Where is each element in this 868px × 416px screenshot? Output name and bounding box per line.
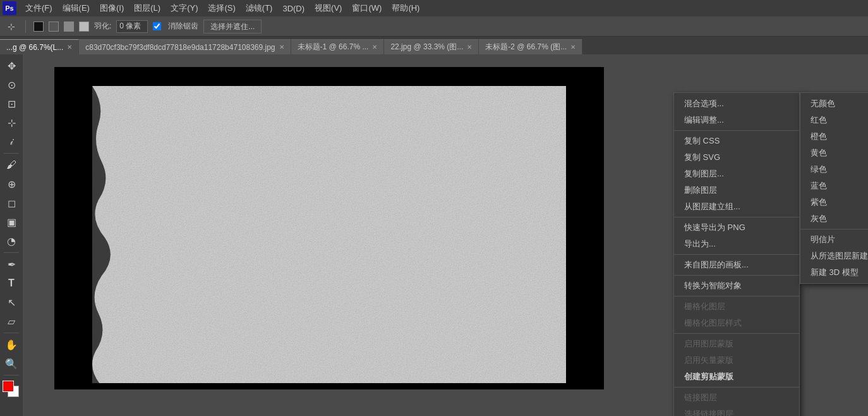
- ctx-sep6: [674, 333, 799, 334]
- tool-select[interactable]: ⊡: [3, 95, 20, 113]
- tool-gradient[interactable]: ▣: [3, 213, 20, 231]
- antialiasing-checkbox[interactable]: [153, 22, 161, 30]
- tool-stamp[interactable]: ⊕: [3, 175, 20, 193]
- tab-1-close[interactable]: ✕: [67, 44, 72, 51]
- tab-4[interactable]: 22.jpg @ 33.3% (图... ✕: [384, 39, 479, 54]
- ps-logo: Ps: [3, 1, 16, 15]
- menu-layer[interactable]: 图层(L): [129, 1, 166, 15]
- menu-3d[interactable]: 3D(D): [277, 3, 310, 15]
- sub-green[interactable]: 绿色: [800, 161, 868, 178]
- toolbar-rect-lighter: [79, 21, 89, 32]
- menu-edit[interactable]: 编辑(E): [57, 1, 95, 15]
- ctx-link-layer: 链接图层: [674, 389, 799, 406]
- ctx-export-png[interactable]: 快速导出为 PNG: [674, 219, 799, 236]
- ctx-enable-mask: 启用图层蒙版: [674, 336, 799, 352]
- sub-gray[interactable]: 灰色: [800, 211, 868, 227]
- tab-5-label: 未标题-2 @ 66.7% (图...: [485, 42, 567, 52]
- sub-orange[interactable]: 橙色: [800, 128, 868, 145]
- tab-4-close[interactable]: ✕: [467, 44, 472, 51]
- ctx-sep3: [674, 254, 799, 255]
- tool-path-select[interactable]: ↖: [3, 293, 20, 311]
- ctx-group-layer[interactable]: 从图层建立组...: [674, 199, 799, 215]
- tool-sep1: [4, 153, 19, 154]
- color-picker[interactable]: [3, 381, 20, 398]
- ctx-rasterize-style: 栅格化图层样式: [674, 315, 799, 331]
- tab-2[interactable]: c83d70cf3bc79f3df8dcd77818e9da11728b4710…: [79, 39, 291, 54]
- toolbar: ⊹ 羽化: 消除锯齿 选择并遮住...: [0, 16, 868, 37]
- menu-select[interactable]: 选择(S): [203, 1, 240, 15]
- sub-red[interactable]: 红色: [800, 112, 868, 128]
- tab-3-close[interactable]: ✕: [372, 44, 377, 51]
- canvas-container: [54, 67, 604, 389]
- tab-3[interactable]: 未标题-1 @ 66.7% ... ✕: [291, 39, 385, 54]
- ctx-delete-layer[interactable]: 删除图层: [674, 182, 799, 199]
- canvas-content: [92, 86, 566, 383]
- svg-rect-1: [92, 86, 566, 383]
- ctx-edit-adjust[interactable]: 编辑调整...: [674, 112, 799, 128]
- tool-eraser[interactable]: ◻: [3, 194, 20, 212]
- tool-crop[interactable]: ⊹: [3, 114, 20, 132]
- toolbar-select-icon[interactable]: ⊹: [5, 20, 18, 33]
- tab-2-label: c83d70cf3bc79f3df8dcd77818e9da11728b4710…: [85, 43, 275, 52]
- tool-pen[interactable]: ✒: [3, 255, 20, 273]
- tab-1-label: ...g @ 66.7%(L...: [6, 43, 63, 52]
- tool-hand[interactable]: ✋: [3, 336, 20, 353]
- ctx-blend-options[interactable]: 混合选项...: [674, 95, 799, 112]
- sub-sep1: [800, 229, 868, 229]
- canvas-area: 混合选项... 编辑调整... 复制 CSS 复制 SVG 复制图层... 删除…: [23, 54, 868, 416]
- toolbar-rect-light: [64, 21, 74, 32]
- ctx-artboard[interactable]: 来自图层的画板...: [674, 257, 799, 273]
- menu-window[interactable]: 窗口(W): [347, 1, 387, 15]
- ctx-sep2: [674, 217, 799, 217]
- tab-5[interactable]: 未标题-2 @ 66.7% (图... ✕: [479, 39, 582, 54]
- sub-yellow[interactable]: 黄色: [800, 145, 868, 161]
- tool-type[interactable]: T: [3, 274, 20, 292]
- menu-image[interactable]: 图像(I): [95, 1, 129, 15]
- tool-brush[interactable]: 🖌: [3, 156, 20, 174]
- tab-1[interactable]: ...g @ 66.7%(L... ✕: [0, 39, 79, 54]
- ctx-rasterize-layer: 栅格化图层: [674, 298, 799, 315]
- tool-sep2: [4, 252, 19, 253]
- tab-5-close[interactable]: ✕: [570, 44, 576, 51]
- tab-4-label: 22.jpg @ 33.3% (图...: [390, 42, 463, 52]
- tool-move[interactable]: ✥: [3, 57, 20, 75]
- menu-file[interactable]: 文件(F): [20, 1, 57, 15]
- ctx-copy-layer[interactable]: 复制图层...: [674, 166, 799, 182]
- menu-view[interactable]: 视图(V): [310, 1, 347, 15]
- ctx-copy-css[interactable]: 复制 CSS: [674, 133, 799, 149]
- sub-no-color[interactable]: 无颜色: [800, 95, 868, 112]
- menu-type[interactable]: 文字(Y): [166, 1, 203, 15]
- sub-blue[interactable]: 蓝色: [800, 178, 868, 194]
- main-area: ✥ ⊙ ⊡ ⊹ 𝒾 🖌 ⊕ ◻ ▣ ◔ ✒ T ↖ ▱ ✋ 🔍: [0, 54, 868, 416]
- tool-lasso[interactable]: ⊙: [3, 76, 20, 94]
- ctx-sep4: [674, 275, 799, 276]
- tool-eyedropper[interactable]: 𝒾: [3, 133, 20, 150]
- tab-2-close[interactable]: ✕: [279, 44, 284, 51]
- menu-help[interactable]: 帮助(H): [387, 1, 425, 15]
- tool-dodge[interactable]: ◔: [3, 232, 20, 250]
- sub-violet[interactable]: 紫色: [800, 194, 868, 211]
- ctx-create-clipping[interactable]: 创建剪贴蒙版: [674, 369, 799, 385]
- foreground-color[interactable]: [3, 381, 14, 392]
- ctx-select-link: 选择链接图层: [674, 406, 799, 416]
- tool-sep3: [4, 333, 19, 333]
- tool-zoom[interactable]: 🔍: [3, 355, 20, 372]
- context-menu: 混合选项... 编辑调整... 复制 CSS 复制 SVG 复制图层... 删除…: [673, 92, 800, 416]
- sub-postcard[interactable]: 明信片: [800, 231, 868, 248]
- feather-label: 羽化:: [94, 21, 111, 32]
- toolbar-rect-black: [33, 21, 44, 32]
- sub-new-3d[interactable]: 新建 3D 模型: [800, 264, 868, 281]
- menu-filter[interactable]: 滤镜(T): [241, 1, 278, 15]
- ctx-export-as[interactable]: 导出为...: [674, 236, 799, 252]
- ctx-convert-smart[interactable]: 转换为智能对象: [674, 278, 799, 294]
- toolbar-sep1: [25, 20, 26, 33]
- sub-menu: 无颜色 红色 橙色 黄色 绿色 蓝色 紫色 灰色 明信片 从所选图层新建 3D …: [800, 92, 868, 284]
- left-toolbox: ✥ ⊙ ⊡ ⊹ 𝒾 🖌 ⊕ ◻ ▣ ◔ ✒ T ↖ ▱ ✋ 🔍: [0, 54, 23, 416]
- sub-new-3d-model[interactable]: 从所选图层新建 3D 模型: [800, 248, 868, 264]
- ctx-copy-svg[interactable]: 复制 SVG: [674, 149, 799, 166]
- select-mask-button[interactable]: 选择并遮住...: [203, 20, 262, 34]
- ctx-sep1: [674, 130, 799, 131]
- tool-shape[interactable]: ▱: [3, 312, 20, 330]
- feather-input[interactable]: [116, 20, 148, 33]
- menu-bar: Ps 文件(F) 编辑(E) 图像(I) 图层(L) 文字(Y) 选择(S) 滤…: [0, 0, 868, 16]
